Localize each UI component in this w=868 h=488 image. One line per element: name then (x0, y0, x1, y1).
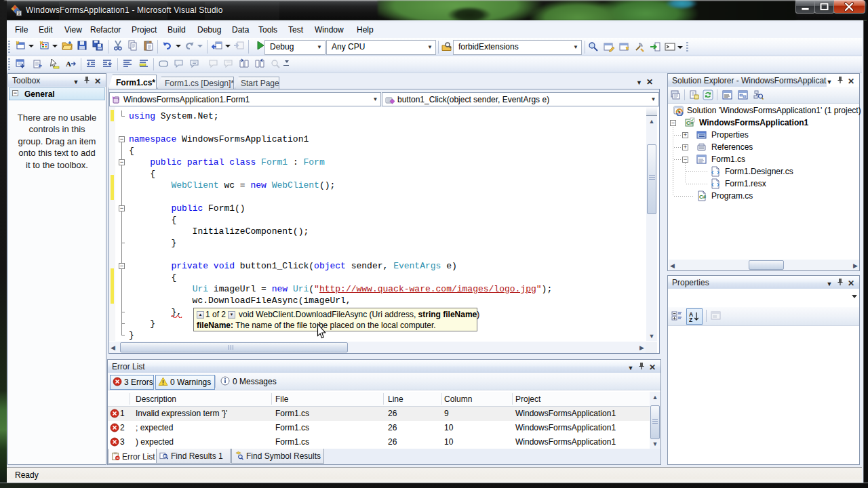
svg-text:Z: Z (689, 317, 692, 323)
svg-text:C#: C# (699, 194, 707, 200)
svg-text:A: A (66, 60, 71, 68)
svg-text:9: 9 (18, 11, 20, 16)
